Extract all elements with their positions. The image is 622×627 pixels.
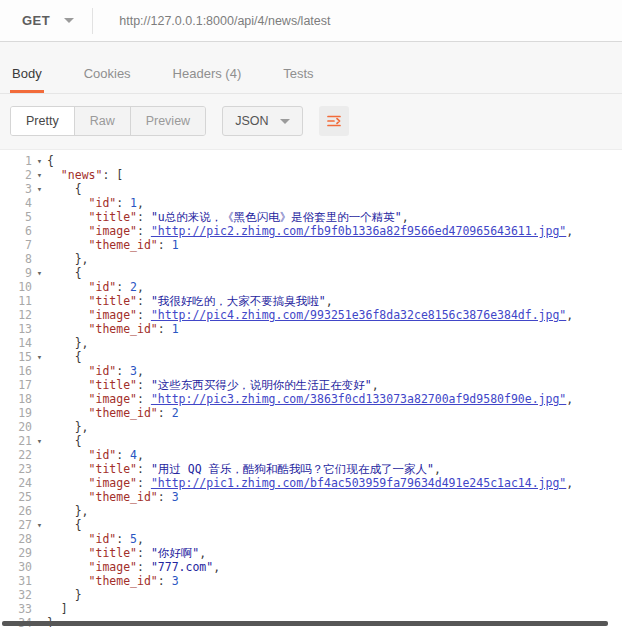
url-input[interactable]: http://127.0.0.1:8000/api/4/news/latest <box>93 14 622 28</box>
line-number: 29 <box>0 546 32 560</box>
json-url-link[interactable]: "http://pic4.zhimg.com/993251e36f8da32ce… <box>151 308 566 322</box>
code-line: 13 "theme_id": 1 <box>0 322 622 336</box>
fold-gutter <box>32 490 47 504</box>
line-number: 30 <box>0 560 32 574</box>
line-number: 9 <box>0 266 32 280</box>
line-number: 20 <box>0 420 32 434</box>
code-text: "image": "777.com", <box>47 560 220 574</box>
line-number: 24 <box>0 476 32 490</box>
code-text: "image": "http://pic4.zhimg.com/993251e3… <box>47 308 573 322</box>
fold-gutter <box>32 196 47 210</box>
code-line: 6 "image": "http://pic2.zhimg.com/fb9f0b… <box>0 224 622 238</box>
fold-gutter <box>32 420 47 434</box>
fold-gutter <box>32 322 47 336</box>
code-line: 2▾ "news": [ <box>0 168 622 182</box>
code-line: 25 "theme_id": 3 <box>0 490 622 504</box>
fold-gutter <box>32 476 47 490</box>
code-line: 19 "theme_id": 2 <box>0 406 622 420</box>
code-text: }, <box>47 336 89 350</box>
app-window: GET http://127.0.0.1:8000/api/4/news/lat… <box>0 0 622 627</box>
code-line: 3▾ { <box>0 182 622 196</box>
code-text: "theme_id": 3 <box>47 574 179 588</box>
tab-cookies[interactable]: Cookies <box>82 64 133 93</box>
code-text: "title": "u总的来说，《黑色闪电》是俗套里的一个精英", <box>47 210 409 224</box>
line-number: 21 <box>0 434 32 448</box>
fold-toggle-icon[interactable]: ▾ <box>32 350 47 364</box>
tab-tests[interactable]: Tests <box>281 64 315 93</box>
fold-gutter <box>32 392 47 406</box>
code-text: }, <box>47 504 89 518</box>
code-text: "theme_id": 1 <box>47 322 179 336</box>
code-text: "title": "我很好吃的，大家不要搞臭我啦", <box>47 294 333 308</box>
fold-toggle-icon[interactable]: ▾ <box>32 182 47 196</box>
tab-headers-4[interactable]: Headers (4) <box>171 64 244 93</box>
fold-gutter <box>32 378 47 392</box>
beautify-button[interactable] <box>319 106 349 136</box>
view-mode-raw[interactable]: Raw <box>75 107 131 135</box>
format-beautify-icon <box>325 112 343 130</box>
fold-gutter <box>32 560 47 574</box>
response-body-editor: 1▾{2▾ "news": [3▾ {4 "id": 1,5 "title": … <box>0 150 622 627</box>
code-text: "image": "http://pic3.zhimg.com/3863f0cd… <box>47 392 573 406</box>
code-line: 22 "id": 4, <box>0 448 622 462</box>
line-number: 16 <box>0 364 32 378</box>
code-line: 11 "title": "我很好吃的，大家不要搞臭我啦", <box>0 294 622 308</box>
code-line: 12 "image": "http://pic4.zhimg.com/99325… <box>0 308 622 322</box>
code-line: 16 "id": 3, <box>0 364 622 378</box>
code-line: 23 "title": "用过 QQ 音乐，酷狗和酷我吗？它们现在成了一家人", <box>0 462 622 476</box>
fold-gutter <box>32 546 47 560</box>
fold-gutter <box>32 364 47 378</box>
fold-gutter <box>32 294 47 308</box>
line-number: 7 <box>0 238 32 252</box>
fold-toggle-icon[interactable]: ▾ <box>32 154 47 168</box>
json-url-link[interactable]: "http://pic3.zhimg.com/3863f0cd133073a82… <box>151 392 566 406</box>
code-text: "id": 3, <box>47 364 144 378</box>
fold-gutter <box>32 448 47 462</box>
json-url-link[interactable]: "http://pic2.zhimg.com/fb9f0b1336a82f956… <box>151 224 566 238</box>
method-select[interactable]: GET <box>0 0 92 41</box>
code-text: { <box>47 518 82 532</box>
code-text: "id": 5, <box>47 532 144 546</box>
line-number: 22 <box>0 448 32 462</box>
view-mode-pretty[interactable]: Pretty <box>11 107 75 135</box>
code-line: 20 }, <box>0 420 622 434</box>
view-mode-group: PrettyRawPreview <box>10 106 206 136</box>
line-number: 18 <box>0 392 32 406</box>
fold-toggle-icon[interactable]: ▾ <box>32 168 47 182</box>
view-mode-preview[interactable]: Preview <box>131 107 205 135</box>
line-number: 4 <box>0 196 32 210</box>
language-select[interactable]: JSON <box>222 106 303 136</box>
code-text: "theme_id": 1 <box>47 238 179 252</box>
fold-gutter <box>32 224 47 238</box>
horizontal-scrollbar[interactable] <box>2 621 608 626</box>
line-number: 3 <box>0 182 32 196</box>
response-tabs: BodyCookiesHeaders (4)Tests <box>0 64 622 93</box>
line-number: 27 <box>0 518 32 532</box>
language-label: JSON <box>235 114 268 128</box>
line-number: 6 <box>0 224 32 238</box>
code-text: { <box>47 266 82 280</box>
line-number: 5 <box>0 210 32 224</box>
tab-body[interactable]: Body <box>10 64 44 93</box>
code-text: }, <box>47 420 89 434</box>
line-number: 28 <box>0 532 32 546</box>
fold-toggle-icon[interactable]: ▾ <box>32 518 47 532</box>
line-number: 10 <box>0 280 32 294</box>
code-text: } <box>47 588 82 602</box>
fold-gutter <box>32 210 47 224</box>
line-number: 31 <box>0 574 32 588</box>
code-text: "id": 2, <box>47 280 144 294</box>
fold-toggle-icon[interactable]: ▾ <box>32 266 47 280</box>
fold-gutter <box>32 280 47 294</box>
code-line: 24 "image": "http://pic1.zhimg.com/bf4ac… <box>0 476 622 490</box>
code-line: 8 }, <box>0 252 622 266</box>
code-line: 18 "image": "http://pic3.zhimg.com/3863f… <box>0 392 622 406</box>
code-line: 10 "id": 2, <box>0 280 622 294</box>
code-line: 15▾ { <box>0 350 622 364</box>
json-url-link[interactable]: "http://pic1.zhimg.com/bf4ac503959fa7963… <box>151 476 566 490</box>
fold-toggle-icon[interactable]: ▾ <box>32 434 47 448</box>
code-line: 33 ] <box>0 602 622 616</box>
fold-gutter <box>32 504 47 518</box>
fold-gutter <box>32 574 47 588</box>
code-text: "image": "http://pic2.zhimg.com/fb9f0b13… <box>47 224 573 238</box>
